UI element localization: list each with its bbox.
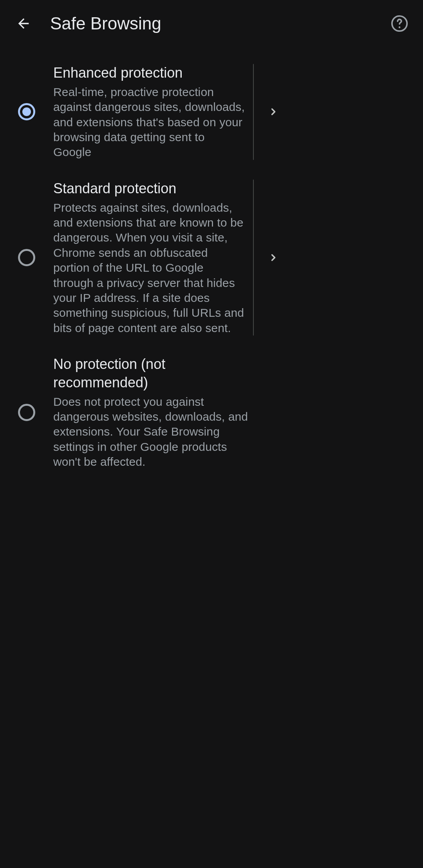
- option-details-button[interactable]: [254, 64, 293, 160]
- radio-unselected-icon[interactable]: [18, 404, 35, 421]
- option-text: Standard protection Protects against sit…: [53, 180, 253, 336]
- chevron-right-icon: [268, 106, 279, 117]
- radio-cell: [0, 64, 53, 160]
- help-icon: [390, 15, 409, 33]
- option-description: Does not protect you against dangerous w…: [53, 394, 249, 470]
- option-title: No protection (not recommended): [53, 355, 249, 392]
- option-description: Real-time, proactive protection against …: [53, 85, 245, 160]
- options-list: Enhanced protection Real-time, proactive…: [0, 47, 423, 479]
- app-bar: Safe Browsing: [0, 0, 423, 47]
- radio-selected-icon[interactable]: [18, 103, 35, 120]
- option-text: No protection (not recommended) Does not…: [53, 355, 257, 470]
- back-arrow-icon: [16, 16, 31, 31]
- option-details-button[interactable]: [254, 180, 293, 336]
- svg-point-1: [399, 26, 401, 28]
- chevron-right-icon: [268, 252, 279, 263]
- option-title: Enhanced protection: [53, 64, 245, 82]
- option-text: Enhanced protection Real-time, proactive…: [53, 64, 253, 160]
- option-enhanced-protection[interactable]: Enhanced protection Real-time, proactive…: [0, 54, 423, 170]
- spacer: [258, 355, 296, 470]
- radio-unselected-icon[interactable]: [18, 249, 35, 266]
- option-title: Standard protection: [53, 180, 245, 198]
- option-standard-protection[interactable]: Standard protection Protects against sit…: [0, 170, 423, 345]
- option-description: Protects against sites, downloads, and e…: [53, 200, 245, 336]
- radio-cell: [0, 355, 53, 470]
- help-button[interactable]: [386, 10, 413, 37]
- page-title: Safe Browsing: [50, 14, 386, 33]
- option-no-protection[interactable]: No protection (not recommended) Does not…: [0, 345, 423, 479]
- back-button[interactable]: [10, 10, 37, 37]
- radio-cell: [0, 180, 53, 336]
